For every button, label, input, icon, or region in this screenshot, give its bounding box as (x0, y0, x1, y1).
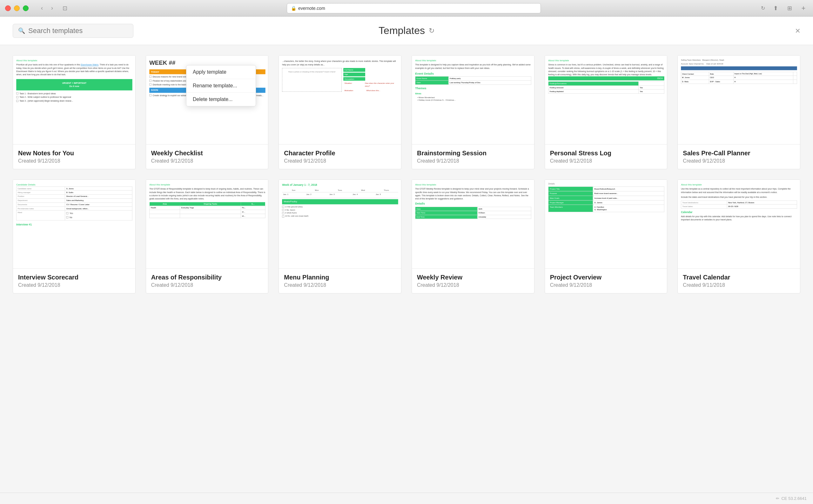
sidebar-toggle-button[interactable]: ⊡ (60, 4, 69, 13)
template-preview-project-overview: Details Project Title Brand Refresh/Rela… (545, 180, 667, 269)
app-footer: ✏ CE 53.2.6641 (0, 493, 813, 504)
forward-button[interactable]: › (48, 4, 57, 13)
header-title: Templates ↻ (379, 25, 434, 37)
lock-icon: 🔒 (291, 6, 296, 11)
template-date: Created 9/12/2018 (18, 158, 130, 164)
window-right-controls: ⬆ ⊞ + (771, 4, 808, 13)
app-container: 🔍 Templates ↻ × About this template: Pri… (0, 17, 813, 504)
template-name: Project Overview (550, 274, 662, 281)
template-preview-character-profile: ...characters, the better the story. Goi… (279, 56, 401, 144)
template-preview-sales-planner: Selling Team Attendees: Margaret (Direct… (678, 56, 800, 144)
template-preview-brainstorming: About this template: This template is de… (412, 56, 534, 144)
template-info: Sales Pre-Call Planner Created 9/12/2018 (678, 144, 800, 169)
template-info: Project Overview Created 9/12/2018 (545, 269, 667, 293)
nav-buttons: ‹ › (37, 4, 57, 13)
template-date: Created 9/12/2018 (417, 158, 529, 164)
template-card[interactable]: About this template The GTD® Areas of Re… (146, 179, 269, 293)
templates-scroll: About this template: Prioritize all your… (0, 45, 813, 493)
template-preview-travel-calendar: About this template Use this template as… (678, 180, 800, 269)
template-preview-stress-log: About this template Stress is common in … (545, 56, 667, 144)
template-card[interactable]: About this template: This template is de… (412, 55, 534, 169)
template-card[interactable]: About this template: Prioritize all your… (13, 55, 136, 169)
delete-template-menu-item[interactable]: Delete template... (186, 93, 256, 106)
template-card[interactable]: Selling Team Attendees: Margaret (Direct… (677, 55, 800, 169)
search-input[interactable] (28, 27, 128, 35)
template-preview-weekly-review: About this template: The GTD® Weekly Rev… (412, 180, 534, 269)
share-button[interactable]: ⬆ (771, 4, 780, 13)
refresh-templates-icon[interactable]: ↻ (429, 27, 434, 35)
app-header: 🔍 Templates ↻ × (0, 17, 813, 45)
version-info: ✏ CE 53.2.6641 (776, 496, 807, 501)
template-preview-weekly-checklist: Apply template Rename template... Delete… (146, 56, 268, 144)
template-info: Personal Stress Log Created 9/12/2018 (545, 144, 667, 169)
template-card[interactable]: About this template: The GTD® Weekly Rev… (412, 179, 534, 293)
template-name: New Notes for You (18, 150, 130, 157)
minimize-traffic-light[interactable] (14, 5, 20, 11)
traffic-lights (5, 5, 29, 11)
browser-refresh-button[interactable]: ↻ (758, 4, 767, 13)
template-info: New Notes for You Created 9/12/2018 (13, 144, 135, 169)
template-info: Weekly Review Created 9/12/2018 (412, 269, 534, 293)
template-preview-new-notes: About this template: Prioritize all your… (13, 56, 135, 144)
template-name: Interview Scorecard (18, 274, 130, 281)
template-card[interactable]: Week of January 1 - 7, 2018 SunMonTuesWe… (279, 179, 401, 293)
template-date: Created 9/12/2018 (683, 158, 795, 164)
template-date: Created 9/12/2018 (151, 282, 263, 288)
template-info: Weekly Checklist Created 9/12/2018 (146, 144, 268, 169)
close-traffic-light[interactable] (5, 5, 11, 11)
template-name: Weekly Checklist (151, 150, 263, 157)
template-preview-menu-planning: Week of January 1 - 7, 2018 SunMonTuesWe… (279, 180, 401, 269)
template-preview-areas-responsibility: About this template The GTD® Areas of Re… (146, 180, 268, 269)
page-title: Templates (379, 25, 425, 37)
version-text: CE 53.2.6641 (781, 496, 807, 501)
template-info: Travel Calendar Created 9/11/2018 (678, 269, 800, 293)
template-date: Created 9/12/2018 (550, 282, 662, 288)
search-icon: 🔍 (18, 27, 25, 34)
template-date: Created 9/12/2018 (417, 282, 529, 288)
templates-grid: About this template: Prioritize all your… (13, 55, 800, 293)
url-text: evernote.com (298, 6, 325, 11)
new-tab-button[interactable]: + (799, 4, 808, 13)
template-name: Travel Calendar (683, 274, 795, 281)
template-info: Brainstorming Session Created 9/12/2018 (412, 144, 534, 169)
template-name: Menu Planning (284, 274, 396, 281)
template-name: Sales Pre-Call Planner (683, 150, 795, 157)
template-name: Personal Stress Log (550, 150, 662, 157)
template-card[interactable]: ...characters, the better the story. Goi… (279, 55, 401, 169)
template-card[interactable]: About this template Use this template as… (677, 179, 800, 293)
fullscreen-traffic-light[interactable] (23, 5, 29, 11)
back-button[interactable]: ‹ (37, 4, 46, 13)
template-card[interactable]: About this template Stress is common in … (545, 55, 668, 169)
template-name: Weekly Review (417, 274, 529, 281)
template-preview-interview-scorecard: Candidate Details Candidate nameS. Jones… (13, 180, 135, 269)
template-date: Created 9/11/2018 (683, 282, 795, 288)
apply-template-menu-item[interactable]: Apply template (186, 65, 256, 79)
template-info: Character Profile Created 9/12/2018 (279, 144, 401, 169)
template-name: Character Profile (284, 150, 396, 157)
rename-template-menu-item[interactable]: Rename template... (186, 79, 256, 93)
edit-icon: ✏ (776, 496, 779, 501)
template-date: Created 9/12/2018 (284, 282, 396, 288)
template-info: Interview Scorecard Created 9/12/2018 (13, 269, 135, 293)
titlebar: ‹ › ⊡ 🔒 evernote.com ↻ ⬆ ⊞ + (0, 0, 813, 17)
template-date: Created 9/12/2018 (550, 158, 662, 164)
template-card[interactable]: Candidate Details Candidate nameS. Jones… (13, 179, 136, 293)
close-button[interactable]: × (795, 26, 800, 35)
template-card[interactable]: Details Project Title Brand Refresh/Rela… (545, 179, 668, 293)
context-menu[interactable]: Apply template Rename template... Delete… (186, 65, 256, 106)
tabs-button[interactable]: ⊞ (785, 4, 794, 13)
template-info: Menu Planning Created 9/12/2018 (279, 269, 401, 293)
template-date: Created 9/12/2018 (18, 282, 130, 288)
template-name: Brainstorming Session (417, 150, 529, 157)
url-bar[interactable]: 🔒 evernote.com (287, 3, 541, 13)
search-box[interactable]: 🔍 (13, 24, 133, 38)
template-card[interactable]: Apply template Rename template... Delete… (146, 55, 269, 169)
template-info: Areas of Responsibility Created 9/12/201… (146, 269, 268, 293)
template-date: Created 9/12/2018 (284, 158, 396, 164)
template-date: Created 9/12/2018 (151, 158, 263, 164)
template-name: Areas of Responsibility (151, 274, 263, 281)
